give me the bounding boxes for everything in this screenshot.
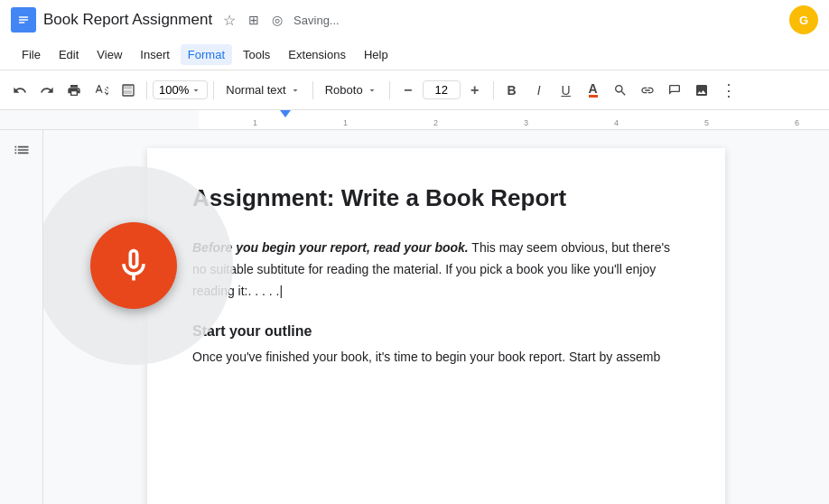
title-icons: ☆ ⊞ ◎ [219,10,286,31]
highlight-button[interactable] [608,78,633,103]
font-size-value: 12 [434,83,447,97]
divider-3 [312,81,313,99]
doc-heading-2: Start your outline [192,323,680,340]
ruler: 1 1 2 3 4 5 6 [0,110,829,130]
doc-paragraph-2: Once you've finished your book, it's tim… [192,347,680,369]
paint-format-button[interactable] [116,78,141,103]
menu-extensions[interactable]: Extensions [281,44,353,65]
user-avatar[interactable]: G [789,5,818,34]
menu-tools[interactable]: Tools [236,44,277,65]
menu-help[interactable]: Help [357,44,396,65]
star-icon[interactable]: ☆ [219,10,239,31]
paragraph-style-value: Normal text [226,83,285,97]
doc-page: Assignment: Write a Book Report Before y… [147,148,725,504]
font-size-input[interactable]: 12 [423,80,461,99]
zoom-value: 100% [159,83,189,97]
toolbar: 100% Normal text Roboto − 12 + B I U A ⋮ [0,70,829,110]
drive-icon[interactable]: ⊞ [245,11,263,29]
print-button[interactable] [61,78,87,103]
voice-icon[interactable]: ◎ [268,11,286,29]
svg-rect-2 [19,19,29,21]
paragraph-style-selector[interactable]: Normal text [219,80,306,99]
bold-button[interactable]: B [499,78,525,103]
ruler-inner: 1 1 2 3 4 5 6 [199,110,829,129]
redo-button[interactable] [34,78,60,103]
italic-button[interactable]: I [526,78,552,103]
more-options-button[interactable]: ⋮ [716,78,741,103]
menu-format[interactable]: Format [181,44,232,65]
ruler-left [0,110,199,129]
text-color-button[interactable]: A [581,78,606,103]
link-button[interactable] [635,78,660,103]
divider-2 [213,81,214,99]
zoom-selector[interactable]: 100% [153,80,208,99]
menu-insert[interactable]: Insert [133,44,177,65]
main-area: Assignment: Write a Book Report Before y… [0,130,829,504]
menu-file[interactable]: File [14,44,48,65]
doc-title: Book Report Assignment [43,11,212,29]
doc-main-title: Assignment: Write a Book Report [192,184,680,212]
title-bar: Book Report Assignment ☆ ⊞ ◎ Saving... G [0,0,829,40]
divider-4 [389,81,390,99]
side-panel [0,130,43,504]
divider-5 [493,81,494,99]
font-family-selector[interactable]: Roboto [319,80,384,99]
outline-toggle[interactable] [9,137,34,163]
google-docs-icon [11,7,36,33]
mic-overlay [43,166,233,365]
text-color-icon: A [589,82,598,98]
doc-area[interactable]: Assignment: Write a Book Report Before y… [43,130,829,504]
increase-font-button[interactable]: + [462,78,488,103]
svg-rect-1 [19,16,29,18]
menu-edit[interactable]: Edit [51,44,86,65]
insert-image-button[interactable] [689,78,714,103]
svg-rect-3 [19,22,25,23]
mic-button[interactable] [90,222,177,309]
decrease-font-button[interactable]: − [396,78,421,103]
menu-bar: File Edit View Insert Format Tools Exten… [0,40,829,70]
saving-status: Saving... [293,14,340,27]
underline-button[interactable]: U [554,78,579,103]
font-family-value: Roboto [325,83,363,97]
doc-bold-italic-text: Before you begin your report, read your … [192,240,469,255]
comment-button[interactable] [662,78,687,103]
menu-view[interactable]: View [89,44,129,65]
divider-1 [146,81,147,99]
undo-button[interactable] [7,78,33,103]
doc-paragraph-1[interactable]: Before you begin your report, read your … [192,238,680,302]
spellcheck-button[interactable] [88,78,114,103]
